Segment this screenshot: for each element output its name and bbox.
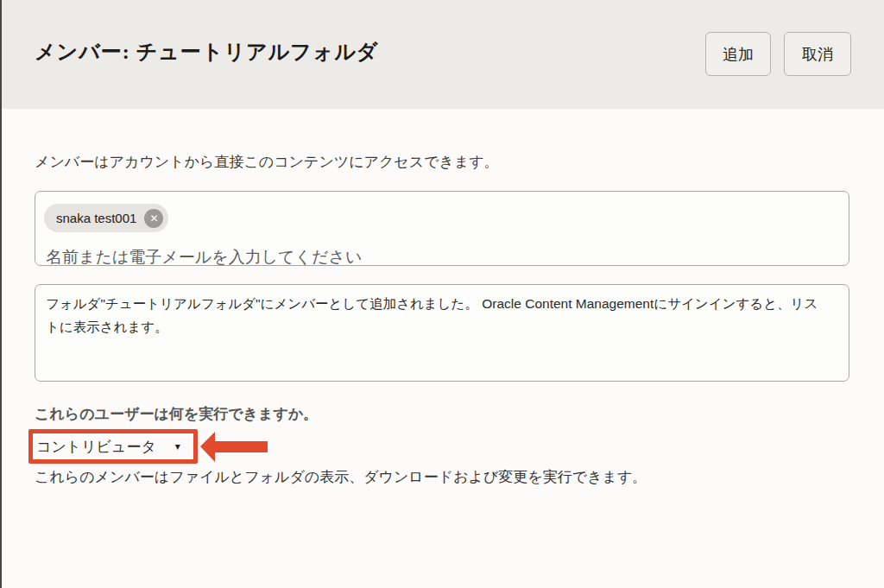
add-members-dialog: メンバー: チュートリアルフォルダ 追加 取消 メンバーはアカウントから直接この… bbox=[0, 0, 884, 588]
invite-message-textarea[interactable]: フォルダ"チュートリアルフォルダ"にメンバーとして追加されました。 Oracle… bbox=[35, 284, 849, 382]
invite-message-text: フォルダ"チュートリアルフォルダ"にメンバーとして追加されました。 Oracle… bbox=[46, 292, 830, 338]
member-chip: snaka test001 ✕ bbox=[44, 204, 168, 232]
role-dropdown-value: コントリビュータ bbox=[36, 437, 156, 457]
permissions-question: これらのユーザーは何を実行できますか。 bbox=[35, 404, 318, 424]
member-chip-name: snaka test001 bbox=[56, 211, 136, 225]
members-input-placeholder: 名前または電子メールを入力してください bbox=[46, 246, 362, 266]
role-dropdown[interactable]: コントリビュータ ▾ bbox=[36, 434, 180, 458]
dialog-header: メンバー: チュートリアルフォルダ 追加 取消 bbox=[0, 0, 884, 109]
members-instruction: メンバーはアカウントから直接このコンテンツにアクセスできます。 bbox=[35, 152, 499, 172]
remove-member-icon[interactable]: ✕ bbox=[144, 209, 163, 228]
cancel-button[interactable]: 取消 bbox=[784, 32, 851, 76]
add-button[interactable]: 追加 bbox=[705, 32, 771, 76]
chevron-down-icon: ▾ bbox=[175, 440, 180, 452]
annotation-arrow-icon bbox=[199, 430, 268, 465]
role-description: これらのメンバーはファイルとフォルダの表示、ダウンロードおよび変更を実行できます… bbox=[35, 467, 647, 487]
window-left-edge bbox=[0, 0, 2, 588]
members-input[interactable]: snaka test001 ✕ 名前または電子メールを入力してください bbox=[35, 191, 849, 266]
page-title: メンバー: チュートリアルフォルダ bbox=[35, 38, 378, 66]
